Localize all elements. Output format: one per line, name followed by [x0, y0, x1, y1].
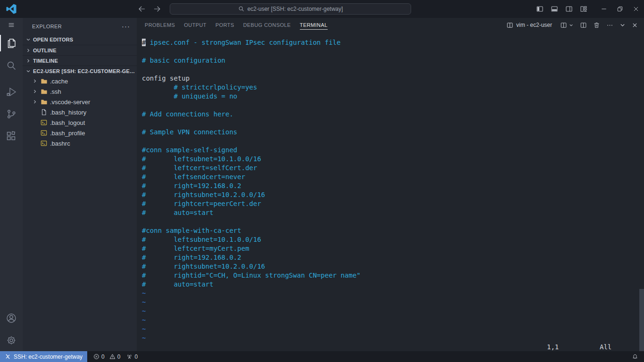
accounts-button[interactable] — [0, 307, 23, 329]
file-tree: .cache .ssh — [23, 76, 137, 351]
terminal-line: # leftcert=myCert.pem — [142, 244, 644, 253]
error-icon — [93, 354, 99, 360]
terminal-line: ~ — [142, 316, 644, 325]
terminal-line: # basic configuration — [142, 56, 644, 65]
titlebar: ec2-user [SSH: ec2-customer-getway] — [0, 0, 644, 18]
terminal-line — [142, 101, 644, 110]
terminal-instance-entry[interactable]: vim - ec2-user — [506, 22, 552, 29]
ports-count: 0 — [134, 354, 138, 360]
toggle-panel-icon[interactable] — [551, 5, 558, 13]
sidebar-item-explorer[interactable] — [0, 32, 23, 54]
chevron-right-icon — [31, 89, 39, 94]
folder-icon — [40, 88, 48, 95]
terminal-line: # strictcrlpolicy=yes — [142, 83, 644, 92]
explorer-sidebar: EXPLORER ··· OPEN EDITORS OUTLINE TIME — [23, 18, 137, 351]
tree-item-bash-history[interactable]: .bash_history — [23, 107, 137, 117]
terminal-line: ~ — [142, 325, 644, 334]
vim-block-cursor: # — [142, 39, 146, 46]
problems-status[interactable]: 0 0 — [93, 354, 120, 360]
toggle-secondary-sidebar-icon[interactable] — [565, 5, 573, 13]
section-outline[interactable]: OUTLINE — [23, 45, 137, 55]
window-controls — [596, 0, 644, 18]
main-area: EXPLORER ··· OPEN EDITORS OUTLINE TIME — [0, 18, 644, 351]
customize-layout-icon[interactable] — [580, 5, 587, 13]
terminal-viewport[interactable]: # ipsec.conf - strongSwan IPsec configur… — [137, 32, 644, 351]
terminal-line: # auto=start — [142, 280, 644, 289]
activity-bar — [0, 18, 23, 351]
terminal-line: ~ — [142, 307, 644, 316]
status-bar: SSH: ec2-customer-getway 0 0 0 — [0, 351, 644, 362]
tab-problems[interactable]: PROBLEMS — [145, 18, 175, 32]
sidebar-item-source-control[interactable] — [0, 103, 23, 125]
tab-debug-console[interactable]: DEBUG CONSOLE — [243, 18, 291, 32]
tree-item-vscode-server[interactable]: .vscode-server — [23, 97, 137, 107]
tree-item-cache[interactable]: .cache — [23, 76, 137, 86]
terminal-instance-icon — [506, 22, 513, 29]
terminal-line: # auto=start — [142, 208, 644, 217]
terminal-line: # Sample VPN connections — [142, 128, 644, 137]
vim-status-line: "/etc/strongswan/ipsec.conf" 28L, 608B 1… — [142, 343, 644, 351]
close-window-button[interactable] — [628, 0, 644, 18]
back-button[interactable] — [137, 4, 147, 14]
terminal-line — [142, 217, 644, 226]
vim-scroll-indicator: All — [600, 343, 611, 351]
sidebar-item-extensions[interactable] — [0, 125, 23, 147]
tree-item-bash-logout[interactable]: .bash_logout — [23, 117, 137, 128]
sidebar-item-run-debug[interactable] — [0, 81, 23, 103]
forwarded-ports-status[interactable]: 0 — [126, 354, 138, 360]
section-timeline[interactable]: TIMELINE — [23, 55, 137, 66]
tree-item-bashrc[interactable]: .bashrc — [23, 138, 137, 148]
toggle-primary-sidebar-icon[interactable] — [536, 5, 544, 13]
more-actions-icon[interactable] — [606, 22, 613, 29]
close-panel-icon[interactable] — [632, 22, 638, 28]
menu-hamburger-button[interactable] — [0, 18, 23, 32]
terminal-line: # rightid="C=CH, O=Linux strongSwan CN=p… — [142, 271, 644, 280]
terminal-line — [142, 137, 644, 146]
chevron-down-icon — [569, 23, 574, 28]
split-terminal-button[interactable] — [560, 22, 574, 29]
terminal-line: # uniqueids = no — [142, 92, 644, 101]
tab-ports[interactable]: PORTS — [215, 18, 234, 32]
split-terminal-icon — [560, 22, 567, 29]
split-editor-icon[interactable] — [580, 22, 587, 29]
tree-item-ssh[interactable]: .ssh — [23, 86, 137, 97]
settings-button[interactable] — [0, 329, 23, 351]
tree-item-bash-profile[interactable]: .bash_profile — [23, 128, 137, 138]
minimize-button[interactable] — [596, 0, 612, 18]
terminal-line: # leftsubnet=10.1.0.0/16 — [142, 155, 644, 164]
vscode-window: ec2-user [SSH: ec2-customer-getway] — [0, 0, 644, 362]
search-icon — [238, 6, 245, 12]
explorer-more-actions-button[interactable]: ··· — [122, 22, 130, 30]
notifications-button[interactable] — [632, 354, 644, 360]
terminal-line: # leftcert=selfCert.der — [142, 164, 644, 173]
terminal-line: # leftsubnet=10.1.0.0/16 — [142, 235, 644, 244]
sidebar-item-search[interactable] — [0, 54, 23, 76]
panel-chevron-down-icon[interactable] — [619, 22, 626, 28]
terminal-line: ~ — [142, 334, 644, 343]
kill-terminal-trash-icon[interactable] — [593, 22, 600, 29]
terminal-line: # right=192.168.0.2 — [142, 253, 644, 262]
terminal-line — [142, 119, 644, 128]
terminal-line — [142, 65, 644, 74]
terminal-scrollbar-thumb[interactable] — [639, 289, 644, 351]
terminal-line: # right=192.168.0.2 — [142, 181, 644, 190]
command-center-search[interactable]: ec2-user [SSH: ec2-customer-getway] — [170, 3, 411, 15]
shell-file-icon — [40, 119, 48, 126]
file-icon — [40, 108, 48, 116]
files-icon — [6, 38, 17, 49]
forward-button[interactable] — [152, 4, 162, 14]
terminal-buffer: # ipsec.conf - strongSwan IPsec configur… — [142, 38, 644, 343]
restore-button[interactable] — [612, 0, 628, 18]
tab-output[interactable]: OUTPUT — [184, 18, 206, 32]
sidebar-header: EXPLORER ··· — [23, 18, 137, 34]
warning-icon — [109, 354, 116, 360]
chevron-right-icon — [25, 57, 32, 65]
section-open-editors[interactable]: OPEN EDITORS — [23, 34, 137, 45]
section-workspace-root[interactable]: EC2-USER [SSH: EC2-CUSTOMER-GETW... — [23, 66, 137, 76]
chevron-right-icon — [31, 78, 39, 84]
tab-terminal[interactable]: TERMINAL — [300, 18, 328, 32]
chevron-right-icon — [31, 99, 39, 105]
panel-tab-bar: PROBLEMS OUTPUT PORTS DEBUG CONSOLE TERM… — [137, 18, 644, 32]
remote-indicator[interactable]: SSH: ec2-customer-getway — [0, 351, 87, 362]
vscode-logo-icon — [6, 4, 17, 14]
